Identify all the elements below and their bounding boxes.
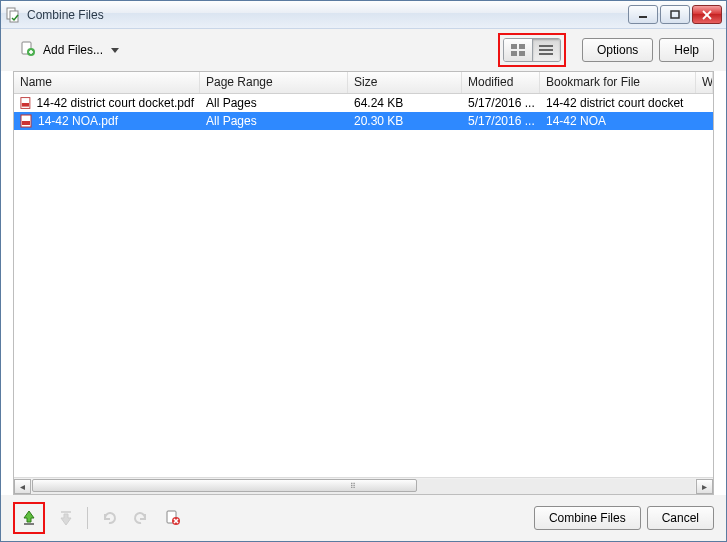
options-button[interactable]: Options (582, 38, 653, 62)
combine-files-window: Combine Files Add Files... (0, 0, 727, 542)
dropdown-icon (111, 48, 119, 53)
window-controls (628, 5, 722, 24)
scroll-right-button[interactable]: ▸ (696, 479, 713, 494)
column-name[interactable]: Name (14, 72, 200, 93)
cell-modified: 5/17/2016 ... (462, 96, 540, 110)
cell-name: 14-42 district court docket.pdf (14, 96, 200, 110)
footer: Combine Files Cancel (1, 495, 726, 541)
svg-line-4 (703, 11, 711, 19)
svg-line-5 (703, 11, 711, 19)
svg-rect-13 (519, 51, 525, 56)
titlebar: Combine Files (1, 1, 726, 29)
scroll-track[interactable]: ⠿ (32, 479, 695, 494)
add-files-button[interactable]: Add Files... (13, 36, 125, 65)
cell-bookmark: 14-42 district court docket (540, 96, 696, 110)
table-row[interactable]: 14-42 NOA.pdfAll Pages20.30 KB5/17/2016 … (14, 112, 713, 130)
column-bookmark[interactable]: Bookmark for File (540, 72, 696, 93)
redo-button[interactable] (130, 507, 152, 529)
horizontal-scrollbar[interactable]: ◂ ⠿ ▸ (14, 477, 713, 494)
combine-files-button[interactable]: Combine Files (534, 506, 641, 530)
maximize-button[interactable] (660, 5, 690, 24)
svg-rect-20 (22, 121, 30, 125)
thumbnail-view-button[interactable] (504, 39, 532, 61)
cell-bookmark: 14-42 NOA (540, 114, 696, 128)
cell-range: All Pages (200, 114, 348, 128)
scroll-thumb[interactable] (32, 479, 417, 492)
move-down-button[interactable] (55, 507, 77, 529)
column-page-range[interactable]: Page Range (200, 72, 348, 93)
scroll-left-button[interactable]: ◂ (14, 479, 31, 494)
cell-size: 64.24 KB (348, 96, 462, 110)
footer-tools (13, 502, 184, 534)
svg-rect-3 (671, 11, 679, 18)
column-modified[interactable]: Modified (462, 72, 540, 93)
file-list: Name Page Range Size Modified Bookmark f… (13, 71, 714, 495)
svg-rect-18 (22, 103, 29, 107)
list-view-button[interactable] (532, 39, 560, 61)
footer-divider (87, 507, 88, 529)
file-rows: 14-42 district court docket.pdfAll Pages… (14, 94, 713, 477)
toolbar: Add Files... Options Help (1, 29, 726, 71)
close-button[interactable] (692, 5, 722, 24)
cell-size: 20.30 KB (348, 114, 462, 128)
move-up-button[interactable] (18, 507, 40, 529)
column-headers: Name Page Range Size Modified Bookmark f… (14, 72, 713, 94)
window-title: Combine Files (27, 8, 628, 22)
cell-range: All Pages (200, 96, 348, 110)
view-toggle-highlight (498, 33, 566, 67)
column-warnings[interactable]: Warnings (696, 72, 713, 93)
move-up-highlight (13, 502, 45, 534)
remove-button[interactable] (162, 507, 184, 529)
add-files-label: Add Files... (43, 43, 103, 57)
app-icon (5, 7, 21, 23)
svg-rect-12 (511, 51, 517, 56)
view-toggle (503, 38, 561, 62)
cancel-button[interactable]: Cancel (647, 506, 714, 530)
table-row[interactable]: 14-42 district court docket.pdfAll Pages… (14, 94, 713, 112)
svg-rect-11 (519, 44, 525, 49)
column-size[interactable]: Size (348, 72, 462, 93)
scroll-grip-icon: ⠿ (350, 482, 355, 491)
undo-button[interactable] (98, 507, 120, 529)
minimize-button[interactable] (628, 5, 658, 24)
cell-modified: 5/17/2016 ... (462, 114, 540, 128)
add-files-icon (19, 40, 37, 61)
help-button[interactable]: Help (659, 38, 714, 62)
svg-rect-10 (511, 44, 517, 49)
cell-name: 14-42 NOA.pdf (14, 114, 200, 128)
